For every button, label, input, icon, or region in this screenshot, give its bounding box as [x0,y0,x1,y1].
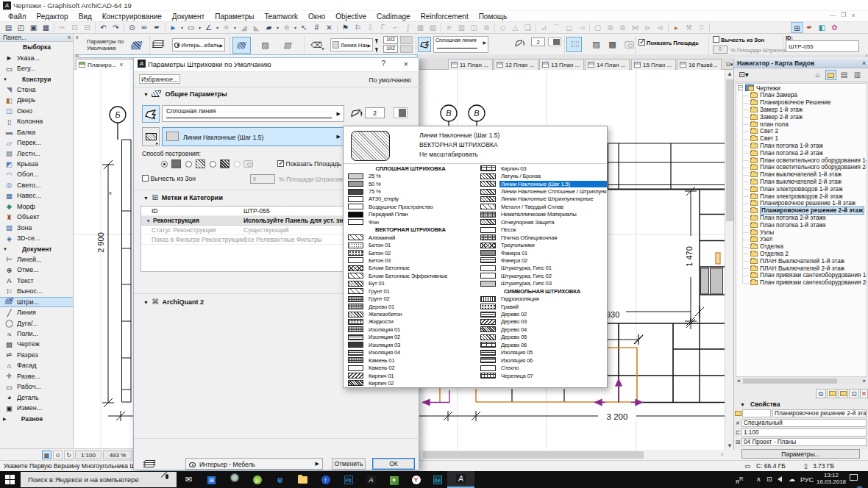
fill-option[interactable]: Неметаллические Материалы [477,211,607,218]
tab[interactable]: 13 План ... [539,59,584,70]
tab[interactable]: 16 Развё... [677,59,722,70]
toolbar-button[interactable]: ◻ [563,22,575,33]
toolbar-button[interactable]: ✕ [323,22,335,33]
ok-button[interactable]: ОК [372,458,415,470]
upload-icon[interactable]: ↑ [319,473,332,486]
view-item[interactable]: План Замера [736,92,867,99]
toolbar-button[interactable]: ⊕ [280,22,293,33]
toolbar-button[interactable]: ⚐ [352,22,364,33]
fill-option[interactable]: Изоляция 02 [345,334,476,341]
fillpattern-button[interactable]: ▸ [142,127,160,146]
model-view-icon[interactable]: ▦ [42,451,51,459]
volume-icon[interactable] [778,476,782,488]
toolbox-item[interactable]: ⇌ Разрез [0,350,73,360]
fill-option[interactable]: Блоки Бетонные [345,265,476,272]
fill-option[interactable]: Изоляция 05 [477,349,607,356]
toolbar-button[interactable]: ↷ [110,22,122,33]
zoom-preview-icon[interactable]: ⊙ [53,451,63,459]
toolbar-button[interactable]: ⌒ [550,22,563,33]
view-item[interactable]: ПЛАН Выключателей 2-й этаж [736,265,867,272]
view-item[interactable]: План электровводов 2-й этаж [736,193,867,200]
view-item[interactable]: План потолка 1-й этажк [736,221,867,229]
toolbox-item[interactable]: ▨ Зона [0,222,73,232]
menu-item[interactable]: Параметры [210,12,259,21]
tab[interactable]: 15 План ... [631,59,676,70]
fill-option[interactable]: Песок [477,226,607,234]
toolbar-button[interactable]: ⊟ [81,22,93,33]
toolbox-item[interactable]: ◧ Дверь [0,95,73,105]
toolbar-button[interactable]: ⊜ [616,22,629,33]
toolbox-item[interactable]: ▣ Измен... [0,403,73,413]
toolbox-close-icon[interactable]: х [68,34,71,40]
publisher-icon[interactable]: ▥ [852,70,863,80]
toolbar-button[interactable]: ► [167,22,179,33]
fill-option[interactable]: Черепица 07 [477,372,607,379]
settings-button[interactable]: Параметры... [741,449,860,459]
view-item[interactable]: Свет 1 [736,135,867,143]
toolbar-button[interactable]: ⊙ [126,22,138,33]
fill-option[interactable]: Грунт 01 [345,287,476,295]
fill-option[interactable]: Дерево 01 [345,303,476,310]
start-button[interactable] [5,475,15,484]
toolbox-item[interactable]: ► Указа... [0,52,73,62]
cloud-icon[interactable]: ☁ [789,476,795,488]
fill-option[interactable]: Фон [345,218,476,226]
view-map-icon[interactable] [825,70,836,80]
view-item[interactable]: Узел [736,236,867,243]
view-item[interactable]: Замер 2-й этаж [736,113,867,121]
fill-option[interactable]: Линии Наклонные Штрихпунктирные [477,195,607,203]
method-radio-rotrect[interactable] [210,161,216,168]
fill-display-solid-button[interactable]: ▩ [605,37,620,52]
fill-option[interactable]: Блоки Бетонные Эффективные [345,272,476,279]
utorrent-icon[interactable]: µ [251,473,263,486]
pen-bg-value[interactable]: 102 [383,45,398,53]
toolbar-button[interactable]: ❏ [522,22,534,33]
menu-item[interactable]: Objective [330,12,371,21]
photoshop-icon[interactable]: Ps [342,473,355,486]
mdi-close-icon[interactable]: x [852,12,855,18]
toolbox-item[interactable]: ▼ Документ [0,243,73,254]
toolbar-button[interactable]: ◇ [497,22,509,33]
explorer-icon[interactable] [296,473,309,486]
fill-option[interactable]: Бетон 01 [345,241,476,248]
toolbox-item[interactable]: ▭ Рабоч... [0,381,73,392]
toolbox-item[interactable]: ◈ 3D-се... [0,233,73,243]
navigator-scrollbar[interactable]: ◂▸ [736,378,867,384]
menu-item[interactable]: Окно [303,12,330,21]
dialog-close-icon[interactable]: × [404,60,408,68]
toolbar-button[interactable]: ✒ [151,22,163,33]
fill-display-hatch-button[interactable]: ▨ [588,37,604,52]
fill-option[interactable]: Линии Наклонные Сплошные / Штрихпунктирн… [477,187,607,195]
orientation-icon[interactable]: ↻ [64,451,74,459]
toolbox-item[interactable]: ◠ Обол... [0,169,73,179]
fill-option[interactable]: Треугольники [477,241,607,248]
fill-option[interactable]: Огнеупорная Защита [477,218,607,226]
subtract-zones-checkbox[interactable]: Вычесть из Зон [713,36,764,43]
toolbox-item[interactable]: ▬ Балка [0,127,73,137]
dialog-pen-value[interactable]: 2 [365,107,385,118]
fill-pattern-combo[interactable]: Линии Накл...▶ [330,38,373,51]
mdi-minimize-icon[interactable]: — [830,12,836,18]
mdi-restore-icon[interactable]: ❐ [841,12,846,18]
fill-option[interactable]: Кирпич 02 [345,379,476,387]
fill-option[interactable]: Изоляция 03 [345,341,476,348]
fill-option[interactable]: 25 % [345,172,476,179]
toolbox-item[interactable]: ▦ Навес... [0,190,73,201]
toolbar-button[interactable]: ▦ [40,22,52,33]
fill-option[interactable]: Дерево 05 [477,334,607,341]
fill-option[interactable]: Бут 01 [345,280,476,287]
toolbox-item[interactable]: ♜ Объект [0,212,73,222]
fill-option[interactable]: СИМВОЛЬНАЯ ШТРИХОВКА [477,287,607,295]
linetype-combo[interactable]: Сплошная линия▶ [433,36,488,53]
fill-option[interactable]: Камень 02 [345,364,476,371]
toolbar-button[interactable]: ⊛ [604,22,616,33]
toolbox-item[interactable]: ⌂ Фасад [0,360,73,370]
toolbar-button[interactable]: ✂ [56,22,68,33]
toolbar-button[interactable]: Γ [377,22,389,33]
menu-item[interactable]: Документ [167,12,210,21]
fill-option[interactable]: ВЕКТОРНАЯ ШТРИХОВКА [345,226,476,234]
dialog-layer-combo[interactable]: Интерьер - Мебель ▶ [185,458,323,470]
archicad-icon[interactable]: A [365,473,377,486]
archicad-active-task[interactable]: A [447,471,474,488]
toolbar-button[interactable]: ▤ [2,22,15,33]
